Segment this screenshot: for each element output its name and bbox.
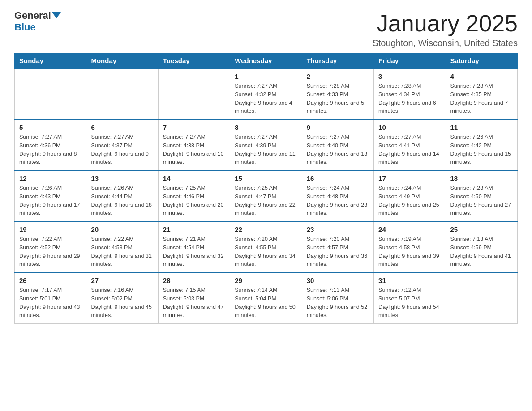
- day-info: Sunrise: 7:19 AMSunset: 4:58 PMDaylight:…: [378, 235, 441, 269]
- logo-general-text: General: [14, 11, 51, 21]
- day-number: 30: [307, 277, 369, 284]
- day-number: 7: [163, 124, 225, 131]
- day-info: Sunrise: 7:27 AMSunset: 4:41 PMDaylight:…: [378, 133, 441, 167]
- calendar-week-1: 1Sunrise: 7:27 AMSunset: 4:32 PMDaylight…: [15, 68, 518, 120]
- day-number: 14: [163, 175, 225, 182]
- calendar-week-3: 12Sunrise: 7:26 AMSunset: 4:43 PMDayligh…: [15, 171, 518, 222]
- day-info: Sunrise: 7:18 AMSunset: 4:59 PMDaylight:…: [450, 235, 513, 269]
- day-info: Sunrise: 7:26 AMSunset: 4:42 PMDaylight:…: [450, 133, 513, 167]
- calendar-cell: 2Sunrise: 7:28 AMSunset: 4:33 PMDaylight…: [302, 68, 373, 120]
- day-number: 19: [19, 226, 82, 233]
- day-number: 2: [307, 73, 369, 80]
- calendar-cell: [86, 68, 158, 120]
- day-number: 20: [91, 226, 153, 233]
- day-info: Sunrise: 7:28 AMSunset: 4:34 PMDaylight:…: [378, 82, 441, 116]
- day-info: Sunrise: 7:27 AMSunset: 4:37 PMDaylight:…: [91, 133, 153, 167]
- day-number: 4: [450, 73, 513, 80]
- calendar-week-4: 19Sunrise: 7:22 AMSunset: 4:52 PMDayligh…: [15, 222, 518, 273]
- calendar-cell: 29Sunrise: 7:14 AMSunset: 5:04 PMDayligh…: [230, 273, 302, 324]
- calendar-cell: 22Sunrise: 7:20 AMSunset: 4:55 PMDayligh…: [230, 222, 302, 273]
- weekday-header-saturday: Saturday: [446, 53, 517, 69]
- weekday-header-tuesday: Tuesday: [158, 53, 230, 69]
- day-number: 12: [19, 175, 82, 182]
- day-number: 1: [235, 73, 297, 80]
- day-number: 3: [378, 73, 441, 80]
- day-number: 27: [91, 277, 153, 284]
- calendar-cell: 1Sunrise: 7:27 AMSunset: 4:32 PMDaylight…: [230, 68, 302, 120]
- day-info: Sunrise: 7:16 AMSunset: 5:02 PMDaylight:…: [91, 286, 153, 320]
- day-number: 23: [307, 226, 369, 233]
- calendar-cell: 12Sunrise: 7:26 AMSunset: 4:43 PMDayligh…: [15, 171, 86, 222]
- day-info: Sunrise: 7:21 AMSunset: 4:54 PMDaylight:…: [163, 235, 225, 269]
- day-info: Sunrise: 7:17 AMSunset: 5:01 PMDaylight:…: [19, 286, 82, 320]
- day-number: 18: [450, 175, 513, 182]
- day-info: Sunrise: 7:28 AMSunset: 4:33 PMDaylight:…: [307, 82, 369, 116]
- day-number: 8: [235, 124, 297, 131]
- calendar-cell: 9Sunrise: 7:27 AMSunset: 4:40 PMDaylight…: [302, 120, 373, 171]
- logo-triangle-icon: [52, 12, 61, 18]
- logo: General Blue: [14, 11, 62, 33]
- weekday-header-sunday: Sunday: [15, 53, 86, 69]
- calendar-cell: 18Sunrise: 7:23 AMSunset: 4:50 PMDayligh…: [446, 171, 517, 222]
- calendar-cell: 15Sunrise: 7:25 AMSunset: 4:47 PMDayligh…: [230, 171, 302, 222]
- calendar-cell: 19Sunrise: 7:22 AMSunset: 4:52 PMDayligh…: [15, 222, 86, 273]
- day-info: Sunrise: 7:22 AMSunset: 4:53 PMDaylight:…: [91, 235, 153, 269]
- day-number: 25: [450, 226, 513, 233]
- page-header: General Blue January 2025 Stoughton, Wis…: [14, 11, 518, 48]
- calendar-cell: 20Sunrise: 7:22 AMSunset: 4:53 PMDayligh…: [86, 222, 158, 273]
- day-info: Sunrise: 7:25 AMSunset: 4:47 PMDaylight:…: [235, 184, 297, 218]
- day-info: Sunrise: 7:20 AMSunset: 4:55 PMDaylight:…: [235, 235, 297, 269]
- day-number: 22: [235, 226, 297, 233]
- day-info: Sunrise: 7:24 AMSunset: 4:48 PMDaylight:…: [307, 184, 369, 218]
- day-number: 13: [91, 175, 153, 182]
- weekday-header-friday: Friday: [374, 53, 446, 69]
- calendar-cell: 8Sunrise: 7:27 AMSunset: 4:39 PMDaylight…: [230, 120, 302, 171]
- day-info: Sunrise: 7:26 AMSunset: 4:43 PMDaylight:…: [19, 184, 82, 218]
- calendar-cell: 27Sunrise: 7:16 AMSunset: 5:02 PMDayligh…: [86, 273, 158, 324]
- day-info: Sunrise: 7:13 AMSunset: 5:06 PMDaylight:…: [307, 286, 369, 320]
- title-section: January 2025 Stoughton, Wisconsin, Unite…: [372, 11, 518, 48]
- calendar-week-5: 26Sunrise: 7:17 AMSunset: 5:01 PMDayligh…: [15, 273, 518, 324]
- calendar-cell: 3Sunrise: 7:28 AMSunset: 4:34 PMDaylight…: [374, 68, 446, 120]
- calendar-cell: 14Sunrise: 7:25 AMSunset: 4:46 PMDayligh…: [158, 171, 230, 222]
- day-info: Sunrise: 7:24 AMSunset: 4:49 PMDaylight:…: [378, 184, 441, 218]
- calendar-cell: 5Sunrise: 7:27 AMSunset: 4:36 PMDaylight…: [15, 120, 86, 171]
- calendar-cell: 31Sunrise: 7:12 AMSunset: 5:07 PMDayligh…: [374, 273, 446, 324]
- calendar-cell: 21Sunrise: 7:21 AMSunset: 4:54 PMDayligh…: [158, 222, 230, 273]
- day-number: 21: [163, 226, 225, 233]
- calendar-title: January 2025: [372, 11, 518, 36]
- calendar-week-2: 5Sunrise: 7:27 AMSunset: 4:36 PMDaylight…: [15, 120, 518, 171]
- calendar-cell: 25Sunrise: 7:18 AMSunset: 4:59 PMDayligh…: [446, 222, 517, 273]
- weekday-header-monday: Monday: [86, 53, 158, 69]
- day-number: 10: [378, 124, 441, 131]
- day-number: 31: [378, 277, 441, 284]
- day-info: Sunrise: 7:27 AMSunset: 4:40 PMDaylight:…: [307, 133, 369, 167]
- day-info: Sunrise: 7:27 AMSunset: 4:38 PMDaylight:…: [163, 133, 225, 167]
- day-number: 15: [235, 175, 297, 182]
- calendar-cell: [446, 273, 517, 324]
- day-info: Sunrise: 7:22 AMSunset: 4:52 PMDaylight:…: [19, 235, 82, 269]
- day-number: 16: [307, 175, 369, 182]
- calendar-cell: 16Sunrise: 7:24 AMSunset: 4:48 PMDayligh…: [302, 171, 373, 222]
- day-info: Sunrise: 7:15 AMSunset: 5:03 PMDaylight:…: [163, 286, 225, 320]
- day-info: Sunrise: 7:28 AMSunset: 4:35 PMDaylight:…: [450, 82, 513, 116]
- logo-blue-text: Blue: [14, 21, 36, 33]
- weekday-header-wednesday: Wednesday: [230, 53, 302, 69]
- weekday-header-thursday: Thursday: [302, 53, 373, 69]
- calendar-cell: 13Sunrise: 7:26 AMSunset: 4:44 PMDayligh…: [86, 171, 158, 222]
- day-number: 24: [378, 226, 441, 233]
- day-number: 5: [19, 124, 82, 131]
- weekday-header-row: SundayMondayTuesdayWednesdayThursdayFrid…: [15, 53, 518, 69]
- calendar-cell: 30Sunrise: 7:13 AMSunset: 5:06 PMDayligh…: [302, 273, 373, 324]
- day-info: Sunrise: 7:26 AMSunset: 4:44 PMDaylight:…: [91, 184, 153, 218]
- day-info: Sunrise: 7:14 AMSunset: 5:04 PMDaylight:…: [235, 286, 297, 320]
- day-number: 17: [378, 175, 441, 182]
- calendar-cell: 6Sunrise: 7:27 AMSunset: 4:37 PMDaylight…: [86, 120, 158, 171]
- calendar-cell: 11Sunrise: 7:26 AMSunset: 4:42 PMDayligh…: [446, 120, 517, 171]
- day-info: Sunrise: 7:27 AMSunset: 4:32 PMDaylight:…: [235, 82, 297, 116]
- calendar-table: SundayMondayTuesdayWednesdayThursdayFrid…: [14, 53, 518, 324]
- calendar-subtitle: Stoughton, Wisconsin, United States: [372, 38, 518, 48]
- calendar-cell: 17Sunrise: 7:24 AMSunset: 4:49 PMDayligh…: [374, 171, 446, 222]
- calendar-cell: 26Sunrise: 7:17 AMSunset: 5:01 PMDayligh…: [15, 273, 86, 324]
- day-info: Sunrise: 7:25 AMSunset: 4:46 PMDaylight:…: [163, 184, 225, 218]
